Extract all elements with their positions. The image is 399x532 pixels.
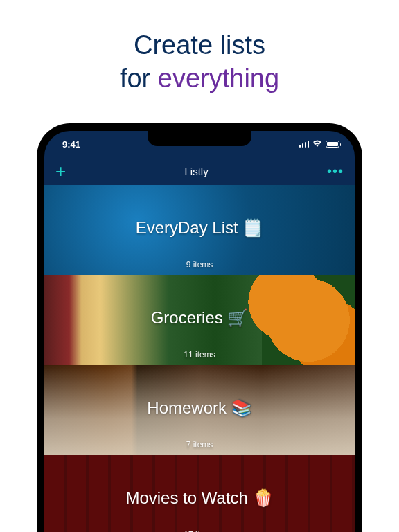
- status-time: 9:41: [62, 139, 80, 150]
- list-name: Homework 📚: [147, 398, 251, 418]
- nav-bar: + Listly •••: [44, 157, 355, 185]
- phone-frame: 9:41 + Listly ••• EveryDay List 🗒️ 9 ite…: [37, 123, 362, 532]
- phone-notch: [148, 131, 251, 146]
- add-list-button[interactable]: +: [55, 162, 66, 180]
- status-bar: 9:41: [44, 131, 355, 157]
- status-right: [299, 139, 340, 149]
- app-title: Listly: [184, 166, 208, 177]
- list-item-count: 7 items: [186, 440, 213, 450]
- signal-icon: [299, 141, 310, 148]
- list-name: EveryDay List 🗒️: [136, 218, 264, 238]
- list-name: Groceries 🛒: [151, 308, 249, 328]
- headline-line2: for everything: [0, 62, 399, 96]
- list-card[interactable]: Groceries 🛒 11 items: [44, 275, 355, 365]
- wifi-icon: [312, 139, 322, 149]
- list-card[interactable]: EveryDay List 🗒️ 9 items: [44, 185, 355, 275]
- lists-container[interactable]: EveryDay List 🗒️ 9 items Groceries 🛒 11 …: [44, 185, 355, 532]
- more-button[interactable]: •••: [327, 163, 344, 179]
- list-card[interactable]: Homework 📚 7 items: [44, 365, 355, 455]
- list-card[interactable]: Movies to Watch 🍿 17 items: [44, 455, 355, 532]
- marketing-headline: Create lists for everything: [0, 0, 399, 95]
- list-name: Movies to Watch 🍿: [125, 488, 273, 508]
- list-item-count: 9 items: [186, 260, 213, 269]
- list-item-count: 11 items: [184, 350, 215, 360]
- headline-line1: Create lists: [0, 29, 399, 62]
- battery-icon: [326, 141, 339, 148]
